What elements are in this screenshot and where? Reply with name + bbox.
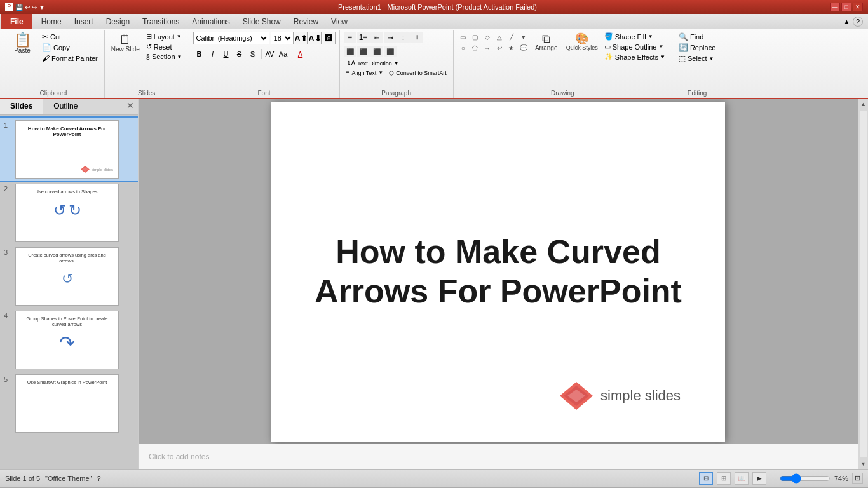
window-controls[interactable]: — □ ✕ [830, 3, 863, 11]
layout-button[interactable]: ⊞ Layout ▼ [144, 32, 185, 41]
minimize-button[interactable]: — [830, 3, 840, 11]
justify-button[interactable]: ⬛ [384, 46, 397, 57]
slides-list[interactable]: 1 How to Make Curved Arrows For PowerPoi… [0, 115, 138, 469]
vertical-scrollbar[interactable]: ▲ ▼ [858, 99, 868, 469]
font-name-select[interactable]: Calibri (Headings) [193, 32, 269, 44]
convert-smartart-button[interactable]: ⬡ Convert to SmartArt [386, 69, 449, 77]
text-direction-button[interactable]: ⇕A Text Direction ▼ [344, 59, 402, 67]
change-case-button[interactable]: Aa [277, 48, 290, 60]
slide-item-4[interactable]: 4 Group Shapes in PowerPoint to create c… [0, 308, 138, 372]
section-button[interactable]: § Section ▼ [144, 52, 185, 61]
panel-tabs: Slides Outline ✕ [0, 99, 138, 115]
select-button[interactable]: ⬚ Select ▼ [676, 53, 718, 64]
slide-canvas-wrapper[interactable]: How to Make Curved Arrows For PowerPoint… [139, 99, 858, 444]
shape-rect[interactable]: ▭ [458, 32, 469, 42]
redo-quick-btn[interactable]: ↪ [32, 4, 37, 11]
increase-font-size-btn[interactable]: A⬆ [295, 32, 308, 44]
decrease-indent-button[interactable]: ⇤ [370, 32, 383, 43]
save-quick-btn[interactable]: 💾 [15, 4, 23, 11]
shape-triangle[interactable]: △ [494, 32, 505, 42]
slide-item-5[interactable]: 5 Use SmartArt Graphics in PowerPoint [0, 372, 138, 435]
undo-quick-btn[interactable]: ↩ [25, 4, 30, 11]
maximize-button[interactable]: □ [841, 3, 851, 11]
cut-button[interactable]: ✂ Cut [39, 32, 100, 42]
animations-menu[interactable]: Animations [186, 15, 236, 28]
find-button[interactable]: 🔍 Find [676, 32, 718, 42]
slideshow-view-btn[interactable]: ▶ [752, 472, 766, 485]
align-right-button[interactable]: ⬛ [370, 46, 383, 57]
shape-effects-button[interactable]: ✨ Shape Effects ▼ [602, 52, 668, 62]
quick-access-buttons[interactable]: 🅿 💾 ↩ ↪ ▼ [5, 3, 45, 12]
shape-line[interactable]: ╱ [506, 32, 517, 42]
review-menu[interactable]: Review [287, 15, 325, 28]
file-menu[interactable]: File [1, 14, 32, 29]
slide-sorter-btn[interactable]: ⊞ [717, 472, 731, 485]
shape-callout[interactable]: 💬 [518, 43, 529, 53]
format-painter-button[interactable]: 🖌 Format Painter [39, 53, 100, 64]
decrease-font-size-btn[interactable]: A⬇ [309, 32, 322, 44]
strikethrough-button[interactable]: S [233, 48, 246, 60]
slide-item-3[interactable]: 3 Create curved arrows using arcs and ar… [0, 245, 138, 308]
align-left-button[interactable]: ⬛ [344, 46, 356, 57]
quick-styles-button[interactable]: 🎨 Quick Styles [564, 32, 600, 52]
outline-tab[interactable]: Outline [43, 99, 88, 114]
numbering-button[interactable]: 1≡ [357, 32, 370, 43]
underline-button[interactable]: U [220, 48, 233, 60]
reading-view-btn[interactable]: 📖 [735, 472, 749, 485]
close-button[interactable]: ✕ [853, 3, 863, 11]
columns-button[interactable]: ⫴ [410, 32, 423, 43]
font-size-select[interactable]: 18 [271, 32, 294, 44]
menu-bar: File Home Insert Design Transitions Anim… [0, 14, 868, 29]
zoom-fit-btn[interactable]: ⊡ [852, 473, 863, 484]
notes-area[interactable]: Click to add notes [139, 444, 858, 469]
slide-item-2[interactable]: 2 Use curved arrows in Shapes. ↺ ↻ [0, 181, 138, 245]
text-shadow-button[interactable]: S [247, 48, 259, 60]
panel-close-btn[interactable]: ✕ [123, 99, 138, 114]
shape-more[interactable]: ▼ [518, 32, 529, 42]
replace-button[interactable]: 🔄 Replace [676, 43, 718, 53]
home-menu[interactable]: Home [35, 15, 68, 28]
zoom-slider[interactable] [780, 474, 831, 483]
char-spacing-button[interactable]: AV [264, 48, 276, 60]
slide3-arc-icon: ↺ [62, 271, 73, 287]
copy-formatting-btn[interactable]: 🅰 [323, 32, 336, 44]
shape-diamond[interactable]: ◇ [482, 32, 493, 42]
shape-outline-button[interactable]: ▭ Shape Outline ▼ [602, 42, 668, 51]
view-menu[interactable]: View [325, 15, 354, 28]
shape-curved-arrow[interactable]: ↩ [494, 43, 505, 53]
bullets-button[interactable]: ≡ [344, 32, 356, 43]
slideshow-menu[interactable]: Slide Show [236, 15, 287, 28]
quick-access-dropdown[interactable]: ▼ [39, 4, 45, 11]
slide-info: Slide 1 of 5 [5, 475, 40, 482]
design-menu[interactable]: Design [100, 15, 136, 28]
normal-view-btn[interactable]: ⊟ [699, 472, 713, 485]
scroll-track[interactable] [860, 111, 867, 458]
transitions-menu[interactable]: Transitions [136, 15, 186, 28]
shape-fill-button[interactable]: 🪣 Shape Fill ▼ [602, 32, 668, 41]
italic-button[interactable]: I [207, 48, 219, 60]
align-text-button[interactable]: ≡ Align Text ▼ [344, 69, 386, 77]
slide-main-title[interactable]: How to Make Curved Arrows For PowerPoint [289, 219, 707, 324]
shape-star[interactable]: ★ [506, 43, 517, 53]
arrange-button[interactable]: ⧉ Arrange [531, 32, 562, 53]
shape-pentagon[interactable]: ⬠ [470, 43, 481, 53]
font-color-button[interactable]: A [294, 48, 307, 60]
scroll-up-arrow[interactable]: ▲ [860, 99, 866, 109]
insert-menu[interactable]: Insert [68, 15, 100, 28]
copy-button[interactable]: 📄 Copy [39, 43, 100, 53]
slide-item-1[interactable]: 1 How to Make Curved Arrows For PowerPoi… [0, 118, 138, 181]
increase-indent-button[interactable]: ⇥ [384, 32, 397, 43]
scroll-down-arrow[interactable]: ▼ [860, 459, 866, 469]
shape-rounded[interactable]: ▢ [470, 32, 481, 42]
ribbon-collapse-btn[interactable]: ▲ [843, 18, 850, 25]
line-spacing-button[interactable]: ↕ [397, 32, 410, 43]
slides-tab[interactable]: Slides [0, 99, 43, 114]
bold-button[interactable]: B [193, 48, 206, 60]
help-btn[interactable]: ? [853, 17, 863, 27]
shape-oval[interactable]: ○ [458, 43, 469, 53]
new-slide-button[interactable]: 🗒 New Slide [109, 32, 142, 54]
paste-button[interactable]: 📋 Paste [6, 32, 38, 55]
shape-right-arrow[interactable]: → [482, 43, 493, 53]
center-button[interactable]: ⬛ [357, 46, 370, 57]
reset-button[interactable]: ↺ Reset [144, 42, 185, 51]
